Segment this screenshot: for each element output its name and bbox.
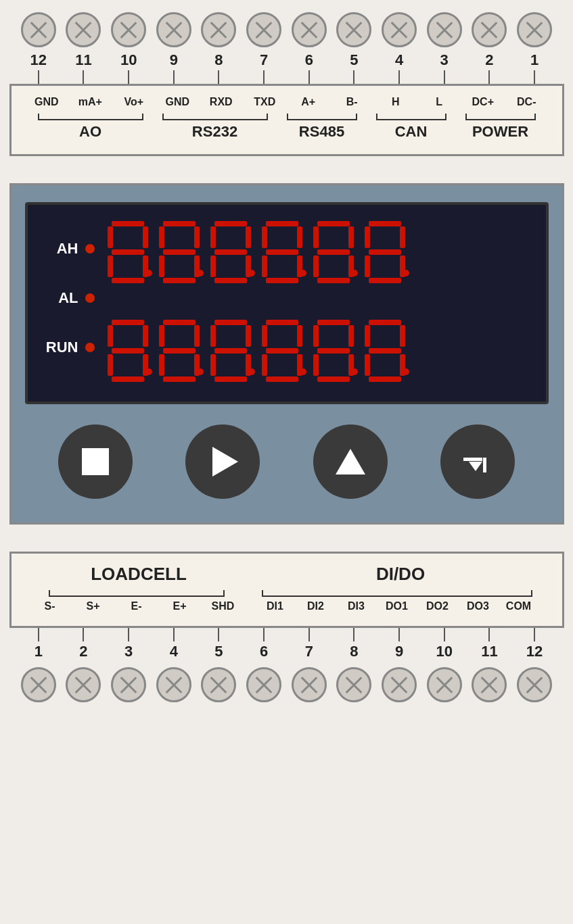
seven-segment-digit xyxy=(156,317,202,378)
terminal-number: 6 xyxy=(292,51,327,69)
enter-icon-hline xyxy=(463,458,482,461)
top-group-block: RS232 xyxy=(162,114,268,141)
terminal-number: 11 xyxy=(66,51,101,69)
screw-terminal xyxy=(382,12,417,47)
screw-terminal xyxy=(517,12,552,47)
bottom-pin-label: S- xyxy=(32,600,68,612)
terminal-number: 4 xyxy=(382,51,417,69)
play-icon xyxy=(212,447,238,477)
connector-line xyxy=(292,70,327,84)
seven-segment-digit xyxy=(362,218,408,279)
top-group-name: AO xyxy=(79,123,101,141)
decimal-point xyxy=(403,368,409,375)
connector-line xyxy=(66,628,101,641)
terminal-number: 2 xyxy=(472,51,507,69)
screw-terminal xyxy=(382,667,417,702)
pin-spacer xyxy=(245,600,255,612)
bottom-pin-label: DI2 xyxy=(298,600,334,612)
connector-line xyxy=(66,70,101,84)
top-group-name: RS485 xyxy=(299,123,344,141)
bottom-group-headers: LOADCELL DI/DO xyxy=(25,564,549,585)
terminal-number: 7 xyxy=(292,643,327,660)
enter-button[interactable] xyxy=(440,424,515,499)
seven-segment-digit xyxy=(208,218,254,279)
dido-pins-section: DI1DI2DI3DO1DO2DO3COM xyxy=(255,600,539,612)
display-section: AH AL RUN xyxy=(25,202,549,404)
screw-terminal xyxy=(472,667,507,702)
terminal-number: 8 xyxy=(201,51,236,69)
connector-line xyxy=(246,70,281,84)
connector-line-inner xyxy=(218,70,219,84)
screw-terminal xyxy=(66,12,101,47)
screw-terminal xyxy=(156,12,191,47)
connector-line-inner xyxy=(353,628,354,641)
decimal-point xyxy=(351,368,358,375)
top-group-name: RS232 xyxy=(192,123,237,141)
connector-line xyxy=(427,628,462,641)
decimal-point xyxy=(197,368,204,375)
terminal-number: 5 xyxy=(336,51,371,69)
seven-segment-digit xyxy=(259,218,305,279)
connector-line-inner xyxy=(308,628,310,641)
screw-terminal xyxy=(66,667,101,702)
top-pin-label: RXD xyxy=(204,96,239,108)
up-button[interactable] xyxy=(313,424,388,499)
bottom-bracket-row xyxy=(25,590,549,597)
terminal-number: 9 xyxy=(382,643,417,660)
top-pin-label: GND xyxy=(29,96,64,108)
screw-terminal xyxy=(111,12,146,47)
terminal-number: 3 xyxy=(111,643,146,660)
connector-line-inner xyxy=(218,628,219,641)
connector-line-inner xyxy=(38,628,39,641)
connector-line-inner xyxy=(488,628,490,641)
decimal-point xyxy=(248,270,255,276)
spacer-2 xyxy=(9,525,564,552)
top-label-panel: GNDmA+Vo+GNDRXDTXDA+B-HLDC+DC- AORS232RS… xyxy=(9,84,564,156)
bottom-pin-label: COM xyxy=(501,600,536,612)
screw-terminal xyxy=(156,667,191,702)
connector-line-inner xyxy=(534,70,535,84)
decimal-point xyxy=(403,270,409,276)
buttons-section xyxy=(25,421,549,502)
top-pin-label: DC+ xyxy=(465,96,501,108)
connector-line xyxy=(292,628,327,641)
screw-terminal xyxy=(21,12,56,47)
top-pin-label: A+ xyxy=(291,96,326,108)
label-al: AL xyxy=(38,289,78,307)
seven-segment-digit xyxy=(362,317,408,378)
loadcell-title: LOADCELL xyxy=(91,564,187,584)
decimal-point xyxy=(300,270,306,276)
top-group-block: CAN xyxy=(376,114,446,141)
bottom-pin-label: DO1 xyxy=(380,600,415,612)
stop-button[interactable] xyxy=(58,424,133,499)
bottom-pin-label: SHD xyxy=(206,600,241,612)
spacer-bracket xyxy=(245,590,255,597)
top-group-block: POWER xyxy=(465,114,536,141)
top-terminal-row: 121110987654321 xyxy=(9,7,564,84)
connector-line xyxy=(472,70,507,84)
dido-title: DI/DO xyxy=(376,564,425,584)
screw-terminal xyxy=(292,667,327,702)
top-pin-label: TXD xyxy=(247,96,282,108)
terminal-number: 10 xyxy=(111,51,146,69)
decimal-point xyxy=(248,368,255,375)
connector-line xyxy=(21,628,56,641)
terminal-number: 8 xyxy=(336,643,371,660)
screw-terminal xyxy=(246,12,281,47)
screw-terminal xyxy=(336,667,371,702)
terminal-number: 5 xyxy=(201,643,236,660)
screw-terminal xyxy=(427,12,462,47)
indicator-ah xyxy=(85,244,95,253)
screw-terminal xyxy=(111,667,146,702)
loadcell-bracket xyxy=(28,590,245,597)
terminal-number: 10 xyxy=(427,643,462,660)
connector-line xyxy=(111,628,146,641)
terminal-number: 2 xyxy=(66,643,101,660)
bottom-terminal-numbers: 123456789101112 xyxy=(9,641,564,662)
connector-line-inner xyxy=(308,70,310,84)
connector-line xyxy=(111,70,146,84)
play-button[interactable] xyxy=(185,424,260,499)
connector-line-inner xyxy=(398,70,400,84)
top-group-name: POWER xyxy=(472,123,528,141)
seven-segment-digit xyxy=(311,317,357,378)
